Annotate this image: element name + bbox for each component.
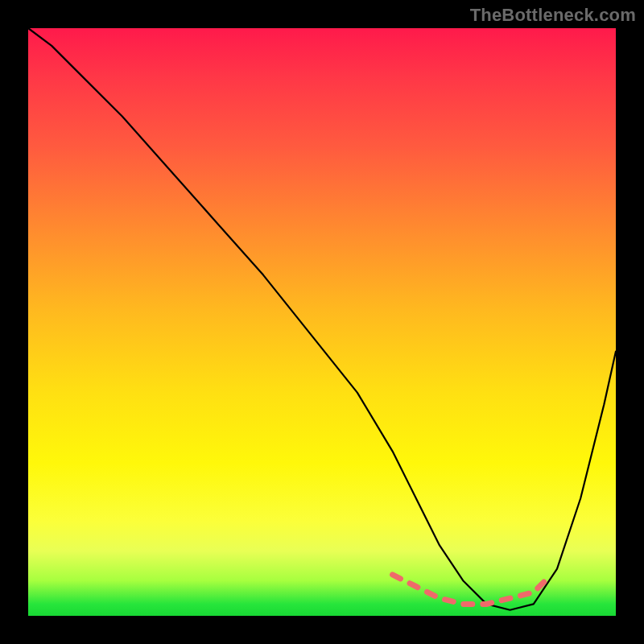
chart-frame: TheBottleneck.com bbox=[0, 0, 644, 644]
curve-layer bbox=[28, 28, 616, 616]
bottleneck-curve bbox=[28, 28, 616, 610]
optimal-range-dashed bbox=[393, 575, 546, 605]
plot-gradient-area bbox=[28, 28, 616, 616]
watermark-text: TheBottleneck.com bbox=[470, 5, 636, 26]
